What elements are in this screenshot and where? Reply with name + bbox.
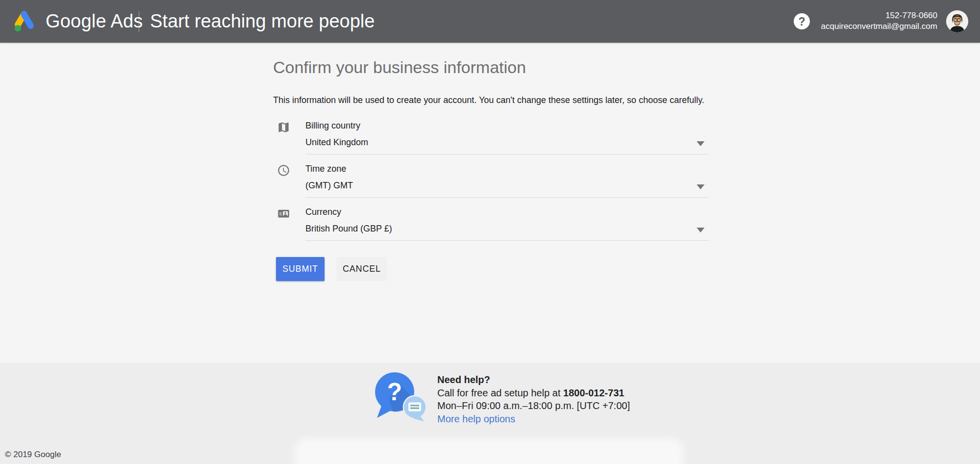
footer: ? Need help? Call for free ad setup help… xyxy=(0,363,980,464)
copyright: © 2019 Google xyxy=(5,450,61,460)
header-bar: Google Ads Start reaching more people ? … xyxy=(0,0,980,43)
google-ads-logo-icon xyxy=(12,9,37,32)
avatar-photo-icon xyxy=(946,10,968,32)
need-help-title: Need help? xyxy=(437,373,630,387)
header-divider xyxy=(139,11,139,32)
field-value[interactable]: (GMT) GMT xyxy=(305,180,353,191)
banknote-icon: 5 xyxy=(277,207,290,220)
map-icon xyxy=(277,121,290,134)
dropdown-arrow-icon[interactable] xyxy=(697,184,704,189)
field-label: Currency xyxy=(305,207,341,217)
avatar[interactable] xyxy=(946,10,968,32)
field-label: Time zone xyxy=(305,164,346,174)
field-label: Billing country xyxy=(305,121,360,131)
main-heading: Confirm your business information xyxy=(273,58,526,77)
field-value[interactable]: British Pound (GBP £) xyxy=(305,224,392,234)
help-hours: Mon–Fri 09:00 a.m.–18:00 p.m. [UTC +7:00… xyxy=(437,399,630,412)
dropdown-arrow-icon[interactable] xyxy=(697,141,704,146)
currency-select[interactable]: 5 Currency British Pound (GBP £) xyxy=(273,206,709,242)
help-call-phone: 1800-012-731 xyxy=(563,387,625,398)
more-help-options-link[interactable]: More help options xyxy=(437,412,630,426)
field-underline xyxy=(305,240,709,241)
svg-text:?: ? xyxy=(387,378,402,406)
dropdown-arrow-icon[interactable] xyxy=(697,228,704,232)
cancel-button[interactable]: CANCEL xyxy=(336,257,387,281)
svg-text:5: 5 xyxy=(279,211,282,216)
bottom-card xyxy=(299,443,679,464)
field-underline xyxy=(305,154,709,155)
account-phone: 152-778-0660 xyxy=(821,10,937,21)
submit-button[interactable]: SUBMIT xyxy=(276,257,325,281)
time-zone-select[interactable]: Time zone (GMT) GMT xyxy=(273,163,709,199)
page-title: Start reaching more people xyxy=(150,0,375,43)
clock-icon xyxy=(277,164,290,177)
main-description: This information will be used to create … xyxy=(273,95,704,105)
field-underline xyxy=(305,197,709,198)
help-bubbles-icon: ? xyxy=(369,371,428,421)
account-email: acquireconvertmail@gmail.com xyxy=(821,21,937,32)
account-info: 152-778-0660 acquireconvertmail@gmail.co… xyxy=(821,10,937,32)
brand-text: Google Ads xyxy=(46,0,143,43)
help-text-block: Need help? Call for free ad setup help a… xyxy=(437,373,630,425)
help-call-prefix: Call for free ad setup help at xyxy=(437,387,563,398)
field-value[interactable]: United Kingdom xyxy=(305,137,368,148)
help-icon[interactable]: ? xyxy=(794,13,810,29)
billing-country-select[interactable]: Billing country United Kingdom xyxy=(273,120,709,156)
help-call-line: Call for free ad setup help at 1800-012-… xyxy=(437,387,630,400)
